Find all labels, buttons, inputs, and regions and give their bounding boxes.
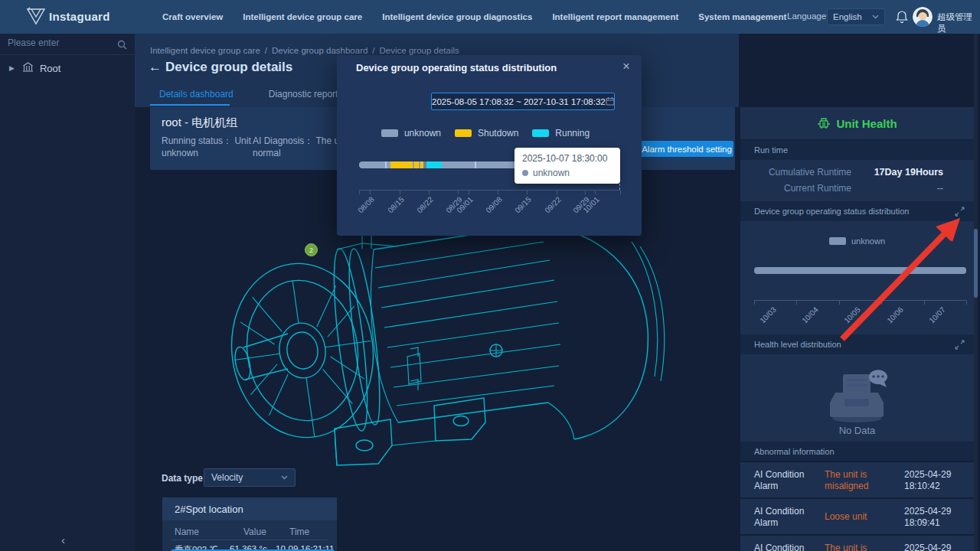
breadcrumb-item-2[interactable]: Device group dashboard [272,46,368,55]
ai-diagnosis-label: AI Diagnosis： [253,135,313,146]
table-divider [172,540,328,540]
distribution-section-body: unknown 10/0310/0410/0510/0610/07 [740,221,974,334]
legend-swatch-unknown [829,237,846,245]
legend-label-unknown: unknown [851,236,885,246]
alarm-time: 2025-04-29 18:10:42 [904,469,972,492]
cumulative-runtime-value: 17Day 19Hours [851,167,943,178]
sidebar-search-input[interactable] [8,37,112,48]
unit-health-title: Unit Health [836,117,897,130]
brand-logo-icon [26,7,46,28]
legend-swatch-unknown[interactable] [381,129,398,137]
page-title: ← Device group details [149,60,292,75]
nav-item-device-group-care[interactable]: Intelligent device group care [243,12,362,21]
left-sidebar: ▶ Root ‹ [0,34,135,551]
nav-item-device-group-diagnostics[interactable]: Intelligent device group diagnostics [382,12,532,21]
unit-health-panel: Unit Health Run time Cumulative Runtime … [740,107,974,551]
notification-bell-icon[interactable] [896,9,908,26]
active-tab-underline [150,104,230,106]
runtime-section-body: Cumulative Runtime 17Day 19Hours Current… [740,160,974,201]
alarm-type: AI Condition Alarm [754,543,817,551]
tree-node-root[interactable]: ▶ Root [0,58,135,78]
running-status: Running status： Unit unknown [162,135,260,159]
tooltip-status-dot [522,170,528,176]
app-root: Instaguard Craft overview Intelligent de… [0,0,980,551]
data-type-label: Data type [162,473,203,484]
close-icon[interactable]: × [622,59,630,74]
chevron-down-icon [872,15,879,19]
data-type-select[interactable]: Velocity [204,468,296,487]
abnormal-row[interactable]: AI Condition Alarm The unit is misaligne… [740,462,974,497]
abnormal-section-header: Abnormal information [740,442,974,461]
status-distribution-modal: Device group operating status distributi… [337,55,642,236]
nav-item-report-management[interactable]: Intelligent report management [552,12,678,21]
panel-status-bar[interactable] [754,267,966,274]
language-label: Language [787,11,826,21]
current-runtime-value: -- [851,183,943,194]
panel-chart-legend[interactable]: unknown [740,236,974,246]
no-data-label: No Data [740,425,974,436]
running-status-label: Running status： [162,135,232,146]
nav-item-system-management[interactable]: System management [698,12,786,21]
expand-icon[interactable] [955,339,965,353]
legend-swatch-shutdown[interactable] [455,129,472,137]
chart-tooltip: 2025-10-07 18:30:00 unknown [514,148,620,184]
date-range-picker[interactable]: 2025-08-05 17:08:32 ~ 2027-10-31 17:08:3… [431,93,615,110]
tooltip-timestamp: 2025-10-07 18:30:00 [522,153,612,164]
abnormal-row[interactable]: AI Condition Alarm The unit is misaligne… [740,536,974,551]
legend-swatch-running[interactable] [532,129,549,137]
alarm-desc: The unit is misaligned [825,543,898,551]
back-arrow-icon[interactable]: ← [149,60,162,75]
modal-title: Device group operating status distributi… [356,62,557,73]
chevron-down-icon [281,475,288,480]
nav-item-craft-overview[interactable]: Craft overview [162,12,223,21]
scrollbar-thumb[interactable] [974,229,978,298]
cumulative-runtime-label: Cumulative Runtime [740,167,851,178]
top-nav: Instaguard Craft overview Intelligent de… [0,0,980,34]
legend-label-shutdown[interactable]: Shutdown [478,128,518,139]
no-data-icon [826,365,892,426]
tab-diagnostic-report[interactable]: Diagnostic report [269,89,338,99]
col-name: Name [175,527,199,537]
tree-root-label: Root [40,63,60,74]
search-icon[interactable] [117,39,127,53]
breadcrumb-item-1[interactable]: Intelligent device group care [150,46,260,55]
sidebar-collapse-button[interactable]: ‹ [61,533,65,546]
user-avatar[interactable] [913,7,933,27]
breadcrumb-item-3: Device group details [380,46,459,55]
breadcrumb: Intelligent device group care/Device gro… [150,46,459,55]
legend-label-unknown[interactable]: unknown [404,128,441,139]
building-icon [22,61,34,75]
language-value: English [833,12,862,21]
tree-caret-icon[interactable]: ▶ [9,64,15,72]
panel-chart-axis: 10/0310/0410/0510/0610/07 [754,300,966,331]
motor-marker-badge[interactable]: 2 [305,243,318,256]
user-name[interactable]: 超级管理员 [937,11,980,34]
sidebar-search [0,34,135,55]
alarm-type: AI Condition Alarm [754,506,817,529]
tab-bar: Details dashboard Diagnostic report [159,89,338,99]
data-type-value: Velocity [211,472,243,483]
alarm-desc: The unit is misaligned [825,469,898,492]
abnormal-row[interactable]: AI Condition Alarm Loose unit 2025-04-29… [740,499,974,534]
alarm-threshold-setting-button[interactable]: Alarm threshold setting [640,141,733,157]
modal-chart-axis: 08/0808/1508/2208/2909/0109/0809/1509/22… [359,190,620,228]
current-runtime-label: Current Runtime [740,183,851,194]
unit-health-header: Unit Health [740,107,974,140]
device-group-name: root - 电机机组 [162,116,237,130]
distribution-section-header: Device group operating status distributi… [740,201,974,221]
legend-label-running[interactable]: Running [555,128,590,139]
spot-card-title: 2#Spot location [175,504,243,515]
runtime-section-header: Run time [740,140,974,160]
nav-menu: Craft overview Intelligent device group … [162,0,786,34]
alarm-time: 2025-04-29 18:07:37 [904,543,972,551]
tooltip-status-label: unknown [533,168,570,178]
alarm-time: 2025-04-29 18:09:41 [904,506,972,529]
calendar-icon [606,95,615,109]
expand-icon[interactable] [955,206,965,220]
health-level-section-body: No Data [740,354,974,442]
alarm-desc: Loose unit [825,511,898,523]
machine-icon [817,117,831,129]
tab-details-dashboard[interactable]: Details dashboard [159,89,234,99]
health-level-section-header: Health level distribution [740,334,974,354]
language-select[interactable]: English [827,8,885,25]
